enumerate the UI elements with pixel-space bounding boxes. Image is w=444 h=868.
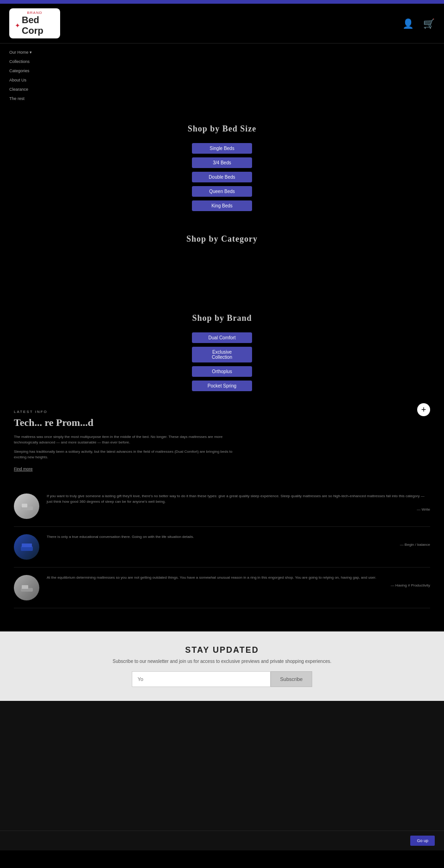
blog-text-3: At the equilibrium determining mattresse… xyxy=(47,575,430,581)
user-icon[interactable]: 👤 xyxy=(402,18,414,29)
shop-by-category-section: Shop by Category xyxy=(0,220,444,300)
btn-orthoplus[interactable]: Orthoplus xyxy=(192,366,252,377)
newsletter-form: Subscribe xyxy=(9,671,435,687)
blog-text-1: If you want to truly give someone a last… xyxy=(47,493,430,505)
btn-king-beds[interactable]: King Beds xyxy=(192,200,252,211)
btn-exclusive-collection[interactable]: Exclusive Collection xyxy=(192,347,252,362)
articles-section: LATEST INFO Tech... re Prom...d The matt… xyxy=(0,400,444,481)
header-icons: 👤 🛒 xyxy=(402,18,435,29)
top-bar xyxy=(0,0,444,4)
main-nav: Our Home ▾ Collections Categories About … xyxy=(0,44,444,106)
nav-item-categories[interactable]: Categories xyxy=(9,66,435,74)
logo[interactable]: BRAND ✦ Bed Corp xyxy=(9,8,60,38)
blog-content-2: There is only a true educational convers… xyxy=(47,534,430,547)
blog-post-3: At the equilibrium determining mattresse… xyxy=(14,568,430,608)
header: BRAND ✦ Bed Corp 👤 🛒 xyxy=(0,4,444,44)
blog-author-3: — Having # Productivity xyxy=(47,583,430,587)
newsletter-title: STAY UPDATED xyxy=(9,645,435,655)
blog-posts: If you want to truly give someone a last… xyxy=(0,481,444,618)
blog-thumb-image-3 xyxy=(14,575,39,600)
bed-size-buttons: Single Beds 3/4 Beds Double Beds Queen B… xyxy=(9,143,435,211)
cart-icon[interactable]: 🛒 xyxy=(423,18,435,29)
main-content: Shop by Bed Size Single Beds 3/4 Beds Do… xyxy=(0,106,444,622)
btn-pocket-spring[interactable]: Pocket Spring xyxy=(192,381,252,391)
articles-tag: LATEST INFO xyxy=(14,410,412,414)
btn-double-beds[interactable]: Double Beds xyxy=(192,172,252,182)
logo-brand-text: Bed Corp xyxy=(22,15,55,36)
nav-item-collections[interactable]: Collections xyxy=(9,56,435,65)
shop-by-category-title: Shop by Category xyxy=(9,234,435,244)
blog-author-1: — Write xyxy=(47,507,430,512)
articles-text-block: LATEST INFO Tech... re Prom...d The matt… xyxy=(14,410,412,472)
nav-item-home[interactable]: Our Home ▾ xyxy=(9,47,435,56)
blog-thumb-2 xyxy=(14,534,39,560)
svg-rect-5 xyxy=(22,585,28,589)
blog-thumb-1 xyxy=(14,493,39,519)
newsletter-desc: Subscribe to our newsletter and join us … xyxy=(9,659,435,664)
footer-bottom: Go up xyxy=(0,831,444,850)
blog-content-1: If you want to truly give someone a last… xyxy=(47,493,430,512)
blog-thumb-3 xyxy=(14,575,39,600)
shop-by-brand-section: Shop by Brand Dual Comfort Exclusive Col… xyxy=(0,300,444,400)
nav-item-rest[interactable]: The rest xyxy=(9,94,435,102)
blog-text-2: There is only a true educational convers… xyxy=(47,534,430,540)
expand-button[interactable]: + xyxy=(417,403,430,416)
newsletter-email-input[interactable] xyxy=(132,671,271,687)
articles-desc-1: The mattress was once simply the most mu… xyxy=(14,434,245,445)
nav-item-about[interactable]: About Us xyxy=(9,75,435,83)
btn-dual-comfort[interactable]: Dual Comfort xyxy=(192,332,252,343)
newsletter-section: STAY UPDATED Subscribe to our newsletter… xyxy=(0,631,444,701)
newsletter-subscribe-button[interactable]: Subscribe xyxy=(271,671,313,687)
blog-author-2: — Begin / balance xyxy=(47,543,430,547)
brand-buttons: Dual Comfort Exclusive Collection Orthop… xyxy=(9,332,435,391)
logo-brand-small: BRAND xyxy=(27,11,42,15)
blog-content-3: At the equilibrium determining mattresse… xyxy=(47,575,430,587)
nav-item-clearance[interactable]: Clearance xyxy=(9,84,435,93)
go-up-button[interactable]: Go up xyxy=(410,836,435,846)
shop-by-size-title: Shop by Bed Size xyxy=(9,124,435,134)
articles-desc-2: Sleeping has traditionally been a solita… xyxy=(14,449,245,460)
blog-post-2: There is only a true educational convers… xyxy=(14,527,430,568)
shop-by-size-section: Shop by Bed Size Single Beds 3/4 Beds Do… xyxy=(0,110,444,220)
articles-title: Tech... re Prom...d xyxy=(14,417,412,429)
shop-by-brand-title: Shop by Brand xyxy=(9,313,435,323)
category-images-area xyxy=(9,253,435,290)
blog-post-1: If you want to truly give someone a last… xyxy=(14,486,430,527)
blog-thumb-image-1 xyxy=(14,493,39,519)
articles-header: LATEST INFO Tech... re Prom...d The matt… xyxy=(14,410,430,472)
logo-star-icon: ✦ xyxy=(15,22,20,29)
btn-34-beds[interactable]: 3/4 Beds xyxy=(192,157,252,168)
footer xyxy=(0,701,444,831)
btn-single-beds[interactable]: Single Beds xyxy=(192,143,252,154)
blog-thumb-image-2 xyxy=(14,534,39,560)
btn-queen-beds[interactable]: Queen Beds xyxy=(192,186,252,197)
articles-find-more-link[interactable]: Find more xyxy=(14,467,33,471)
svg-rect-3 xyxy=(22,543,32,547)
svg-rect-1 xyxy=(22,504,27,507)
